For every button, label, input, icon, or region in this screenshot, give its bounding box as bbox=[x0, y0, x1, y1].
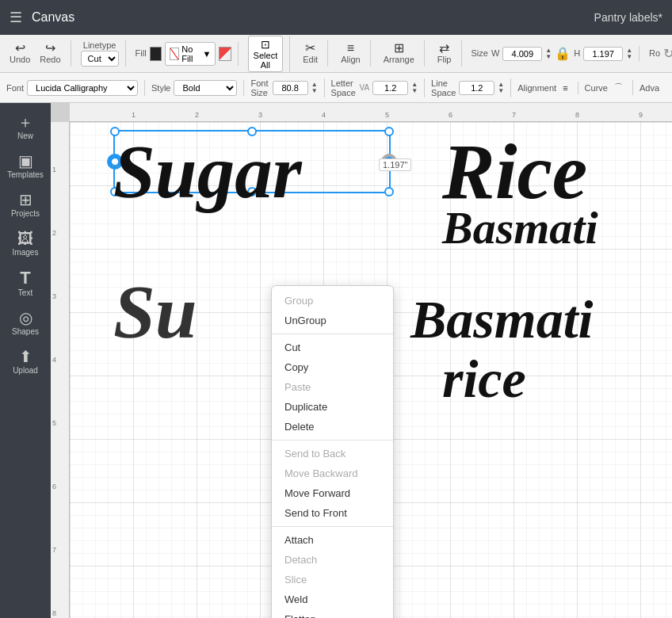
edit-group: ✂ Edit bbox=[300, 40, 328, 67]
height-stepper[interactable]: ▲ ▼ bbox=[626, 48, 632, 60]
alignment-button[interactable]: ≡ bbox=[559, 82, 571, 94]
adva-group: Adva bbox=[640, 83, 666, 93]
canvas-area[interactable]: 1 2 3 4 5 6 7 8 9 10 1 2 3 4 5 6 7 8 9 bbox=[51, 103, 672, 618]
sidebar: ＋ New ▣ Templates ⊞ Projects 🖼 Images T … bbox=[0, 103, 51, 618]
sidebar-item-new[interactable]: ＋ New bbox=[3, 109, 48, 145]
alignment-group: Alignment ≡ bbox=[517, 82, 578, 94]
app-title: Canvas bbox=[32, 10, 585, 25]
ctx-ungroup[interactable]: UnGroup bbox=[272, 311, 393, 330]
line-space-stepper[interactable]: ▲ ▼ bbox=[498, 82, 504, 94]
ctx-delete[interactable]: Delete bbox=[272, 417, 393, 437]
sidebar-item-shapes[interactable]: ◎ Shapes bbox=[3, 305, 48, 341]
subtoolbar: Font Lucida Calligraphy Style Bold Font … bbox=[0, 73, 672, 103]
text-icon: T bbox=[20, 269, 30, 287]
lock-icon: 🔒 bbox=[555, 46, 571, 61]
sidebar-item-images[interactable]: 🖼 Images bbox=[3, 226, 48, 261]
handle-tr[interactable] bbox=[384, 127, 394, 136]
align-group: ≡ Align bbox=[338, 40, 370, 67]
linetype-select[interactable]: Cut bbox=[81, 51, 119, 67]
canvas-text-rice[interactable]: Rice bbox=[442, 126, 587, 217]
ruler-vertical: 1 2 3 4 5 6 7 8 9 bbox=[51, 122, 70, 618]
sidebar-item-label-new: New bbox=[17, 132, 33, 140]
dimension-label: 1.197" bbox=[379, 158, 411, 171]
letter-space-input[interactable] bbox=[372, 81, 408, 95]
handle-ml[interactable] bbox=[110, 157, 120, 166]
letter-space-group: Letter Space VA ▲ ▼ bbox=[331, 78, 426, 97]
ctx-copy[interactable]: Copy bbox=[272, 357, 393, 377]
ctx-move-backward: Move Backward bbox=[272, 464, 393, 483]
style-select[interactable]: Bold bbox=[174, 80, 237, 96]
upload-icon: ⬆ bbox=[19, 349, 32, 364]
flip-button[interactable]: ⇄ Flip bbox=[434, 40, 455, 67]
select-all-group: ⊡ Select All bbox=[248, 36, 291, 72]
lock-handle[interactable]: 🔒 bbox=[107, 154, 123, 170]
canvas-text-rice-bottom[interactable]: rice bbox=[442, 348, 526, 410]
canvas-text-sugar[interactable]: Sugar bbox=[113, 128, 302, 216]
rotate-icon: ↻ bbox=[663, 46, 672, 61]
menu-icon[interactable]: ☰ bbox=[10, 9, 22, 26]
handle-tl[interactable] bbox=[110, 127, 120, 136]
line-space-group: Line Space ▲ ▼ bbox=[431, 78, 511, 97]
ctx-cut[interactable]: Cut bbox=[272, 338, 393, 357]
fill-color-swatch[interactable] bbox=[150, 47, 162, 61]
selection-box: 🔒 ✕ bbox=[113, 130, 391, 193]
height-input[interactable] bbox=[583, 47, 623, 61]
doc-title: Pantry labels* bbox=[594, 11, 662, 24]
topbar: ☰ Canvas Pantry labels* bbox=[0, 0, 672, 35]
ctx-slice: Slice bbox=[272, 570, 393, 589]
ctx-flatten[interactable]: Flatten bbox=[272, 609, 393, 618]
context-menu: Group UnGroup Cut Copy Paste Duplicate D… bbox=[271, 285, 394, 618]
arrange-group: ⊞ Arrange bbox=[380, 40, 425, 67]
templates-icon: ▣ bbox=[18, 153, 33, 169]
handle-tm[interactable] bbox=[247, 127, 257, 136]
canvas-text-su-partial[interactable]: Su bbox=[113, 269, 197, 356]
canvas-text-basmati-bottom[interactable]: Basmati bbox=[410, 288, 594, 351]
sidebar-item-projects[interactable]: ⊞ Projects bbox=[3, 187, 48, 223]
style-group: Style Bold bbox=[151, 80, 244, 96]
select-all-button[interactable]: ⊡ Select All bbox=[248, 36, 284, 72]
font-select[interactable]: Lucida Calligraphy bbox=[27, 80, 138, 96]
undo-redo-group: ↩ Undo ↪ Redo bbox=[6, 40, 71, 67]
font-size-input[interactable] bbox=[273, 81, 308, 95]
width-input[interactable] bbox=[502, 47, 542, 61]
ctx-attach[interactable]: Attach bbox=[272, 530, 393, 550]
flip-group: ⇄ Flip bbox=[434, 40, 462, 67]
projects-icon: ⊞ bbox=[19, 192, 32, 208]
ctx-move-forward[interactable]: Move Forward bbox=[272, 483, 393, 503]
handle-bm[interactable] bbox=[247, 187, 257, 196]
redo-button[interactable]: ↪ Redo bbox=[36, 40, 63, 67]
width-stepper[interactable]: ▲ ▼ bbox=[545, 48, 552, 60]
sidebar-item-templates[interactable]: ▣ Templates bbox=[3, 148, 48, 184]
ctx-duplicate[interactable]: Duplicate bbox=[272, 397, 393, 417]
curve-button[interactable]: ⌒ bbox=[611, 80, 626, 95]
font-size-stepper[interactable]: ▲ ▼ bbox=[311, 82, 318, 94]
ctx-detach: Detach bbox=[272, 550, 393, 570]
rotate-group: Ro ↻ bbox=[649, 46, 672, 61]
undo-button[interactable]: ↩ Undo bbox=[6, 40, 33, 67]
align-button[interactable]: ≡ Align bbox=[338, 40, 363, 67]
images-icon: 🖼 bbox=[17, 231, 33, 246]
ctx-sep-3 bbox=[272, 526, 393, 527]
ctx-sep-1 bbox=[272, 334, 393, 334]
canvas-text-basmati-top[interactable]: Basmati bbox=[442, 201, 598, 254]
ctx-group: Group bbox=[272, 291, 393, 311]
linetype-group: Linetype Cut bbox=[81, 40, 126, 67]
letter-space-stepper[interactable]: ▲ ▼ bbox=[411, 82, 418, 94]
line-space-input[interactable] bbox=[459, 81, 494, 95]
shapes-icon: ◎ bbox=[19, 310, 32, 326]
pen-color-swatch[interactable] bbox=[219, 47, 231, 61]
ctx-paste: Paste bbox=[272, 377, 393, 397]
ctx-weld[interactable]: Weld bbox=[272, 589, 393, 609]
fill-style-select[interactable]: No Fill ▼ bbox=[165, 42, 216, 66]
fill-none-icon bbox=[170, 48, 179, 60]
main-layout: ＋ New ▣ Templates ⊞ Projects 🖼 Images T … bbox=[0, 103, 672, 618]
arrange-button[interactable]: ⊞ Arrange bbox=[380, 40, 418, 67]
curve-group: Curve ⌒ bbox=[585, 80, 633, 95]
sidebar-item-text[interactable]: T Text bbox=[3, 265, 48, 302]
sidebar-item-upload[interactable]: ⬆ Upload bbox=[3, 344, 48, 380]
ctx-send-to-front[interactable]: Send to Front bbox=[272, 503, 393, 523]
ctx-sep-2 bbox=[272, 440, 393, 441]
handle-bl[interactable] bbox=[110, 187, 120, 196]
handle-br[interactable] bbox=[384, 187, 394, 196]
edit-button[interactable]: ✂ Edit bbox=[300, 40, 321, 67]
